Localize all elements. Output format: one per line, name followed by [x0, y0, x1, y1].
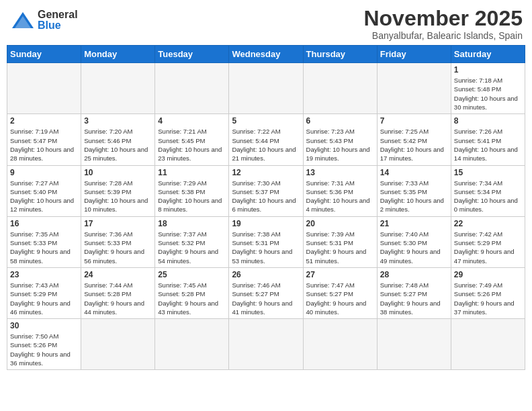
- day-number: 26: [232, 270, 300, 279]
- day-info: Sunrise: 7:39 AM Sunset: 5:31 PM Dayligh…: [306, 230, 374, 265]
- calendar-cell: 24Sunrise: 7:44 AM Sunset: 5:28 PM Dayli…: [81, 267, 155, 318]
- day-info: Sunrise: 7:19 AM Sunset: 5:47 PM Dayligh…: [10, 127, 78, 163]
- calendar-cell: 6Sunrise: 7:23 AM Sunset: 5:43 PM Daylig…: [303, 114, 377, 165]
- calendar-cell: 8Sunrise: 7:26 AM Sunset: 5:41 PM Daylig…: [451, 114, 525, 165]
- day-info: Sunrise: 7:44 AM Sunset: 5:28 PM Dayligh…: [84, 281, 152, 316]
- calendar-cell: 29Sunrise: 7:49 AM Sunset: 5:26 PM Dayli…: [451, 267, 525, 318]
- calendar-week-6: 30Sunrise: 7:50 AM Sunset: 5:26 PM Dayli…: [7, 319, 525, 370]
- weekday-header-row: SundayMondayTuesdayWednesdayThursdayFrid…: [7, 46, 525, 63]
- weekday-header-friday: Friday: [377, 46, 451, 63]
- calendar-cell: 3Sunrise: 7:20 AM Sunset: 5:46 PM Daylig…: [81, 114, 155, 165]
- day-info: Sunrise: 7:30 AM Sunset: 5:37 PM Dayligh…: [232, 179, 300, 214]
- weekday-header-thursday: Thursday: [303, 46, 377, 63]
- weekday-header-saturday: Saturday: [451, 46, 525, 63]
- day-number: 6: [306, 116, 374, 126]
- day-info: Sunrise: 7:20 AM Sunset: 5:46 PM Dayligh…: [84, 127, 152, 163]
- day-number: 28: [380, 270, 448, 279]
- calendar-cell: 4Sunrise: 7:21 AM Sunset: 5:45 PM Daylig…: [155, 114, 229, 165]
- calendar-cell: 2Sunrise: 7:19 AM Sunset: 5:47 PM Daylig…: [7, 114, 81, 165]
- calendar-week-4: 16Sunrise: 7:35 AM Sunset: 5:33 PM Dayli…: [7, 216, 525, 267]
- day-number: 24: [84, 270, 152, 279]
- logo-label: General Blue: [38, 9, 78, 31]
- day-number: 3: [84, 116, 152, 126]
- calendar-cell: 20Sunrise: 7:39 AM Sunset: 5:31 PM Dayli…: [303, 216, 377, 267]
- day-info: Sunrise: 7:47 AM Sunset: 5:27 PM Dayligh…: [306, 281, 374, 316]
- calendar-cell: [303, 319, 377, 370]
- day-info: Sunrise: 7:42 AM Sunset: 5:29 PM Dayligh…: [454, 230, 522, 265]
- day-info: Sunrise: 7:49 AM Sunset: 5:26 PM Dayligh…: [454, 281, 522, 316]
- calendar-cell: [81, 319, 155, 370]
- weekday-header-monday: Monday: [81, 46, 155, 63]
- calendar-cell: 12Sunrise: 7:30 AM Sunset: 5:37 PM Dayli…: [229, 165, 303, 216]
- day-info: Sunrise: 7:37 AM Sunset: 5:32 PM Dayligh…: [158, 230, 226, 265]
- calendar-cell: [81, 63, 155, 114]
- day-number: 20: [306, 219, 374, 228]
- day-number: 16: [10, 219, 78, 228]
- logo-general-text: General: [38, 9, 78, 20]
- calendar-cell: 21Sunrise: 7:40 AM Sunset: 5:30 PM Dayli…: [377, 216, 451, 267]
- calendar-week-5: 23Sunrise: 7:43 AM Sunset: 5:29 PM Dayli…: [7, 267, 525, 318]
- day-info: Sunrise: 7:28 AM Sunset: 5:39 PM Dayligh…: [84, 179, 152, 214]
- day-number: 13: [306, 168, 374, 177]
- day-info: Sunrise: 7:31 AM Sunset: 5:36 PM Dayligh…: [306, 179, 374, 214]
- day-info: Sunrise: 7:26 AM Sunset: 5:41 PM Dayligh…: [454, 127, 522, 163]
- calendar-cell: [155, 319, 229, 370]
- day-info: Sunrise: 7:43 AM Sunset: 5:29 PM Dayligh…: [10, 281, 78, 316]
- day-info: Sunrise: 7:22 AM Sunset: 5:44 PM Dayligh…: [232, 127, 300, 163]
- day-number: 23: [10, 270, 78, 279]
- day-number: 17: [84, 219, 152, 228]
- logo-blue-text: Blue: [38, 20, 78, 31]
- calendar-cell: 9Sunrise: 7:27 AM Sunset: 5:40 PM Daylig…: [7, 165, 81, 216]
- day-number: 21: [380, 219, 448, 228]
- calendar-cell: 26Sunrise: 7:46 AM Sunset: 5:27 PM Dayli…: [229, 267, 303, 318]
- day-info: Sunrise: 7:40 AM Sunset: 5:30 PM Dayligh…: [380, 230, 448, 265]
- calendar-cell: 10Sunrise: 7:28 AM Sunset: 5:39 PM Dayli…: [81, 165, 155, 216]
- month-title: November 2025: [363, 7, 523, 30]
- day-number: 29: [454, 270, 522, 279]
- day-number: 19: [232, 219, 300, 228]
- day-number: 22: [454, 219, 522, 228]
- calendar-cell: 30Sunrise: 7:50 AM Sunset: 5:26 PM Dayli…: [7, 319, 81, 370]
- day-info: Sunrise: 7:48 AM Sunset: 5:27 PM Dayligh…: [380, 281, 448, 316]
- day-number: 5: [232, 116, 300, 126]
- calendar-cell: 7Sunrise: 7:25 AM Sunset: 5:42 PM Daylig…: [377, 114, 451, 165]
- day-number: 10: [84, 168, 152, 177]
- calendar-cell: 17Sunrise: 7:36 AM Sunset: 5:33 PM Dayli…: [81, 216, 155, 267]
- calendar-cell: [229, 63, 303, 114]
- day-number: 27: [306, 270, 374, 279]
- day-info: Sunrise: 7:35 AM Sunset: 5:33 PM Dayligh…: [10, 230, 78, 265]
- logo: General Blue: [9, 7, 78, 34]
- day-number: 7: [380, 116, 448, 126]
- calendar-cell: [377, 319, 451, 370]
- location-text: Banyalbufar, Balearic Islands, Spain: [363, 30, 523, 41]
- day-info: Sunrise: 7:29 AM Sunset: 5:38 PM Dayligh…: [158, 179, 226, 214]
- calendar-cell: 5Sunrise: 7:22 AM Sunset: 5:44 PM Daylig…: [229, 114, 303, 165]
- calendar-cell: [377, 63, 451, 114]
- calendar-cell: 25Sunrise: 7:45 AM Sunset: 5:28 PM Dayli…: [155, 267, 229, 318]
- day-info: Sunrise: 7:27 AM Sunset: 5:40 PM Dayligh…: [10, 179, 78, 214]
- day-number: 8: [454, 116, 522, 126]
- day-info: Sunrise: 7:38 AM Sunset: 5:31 PM Dayligh…: [232, 230, 300, 265]
- day-info: Sunrise: 7:23 AM Sunset: 5:43 PM Dayligh…: [306, 127, 374, 163]
- calendar-cell: 15Sunrise: 7:34 AM Sunset: 5:34 PM Dayli…: [451, 165, 525, 216]
- title-block: November 2025 Banyalbufar, Balearic Isla…: [363, 7, 523, 41]
- calendar-week-3: 9Sunrise: 7:27 AM Sunset: 5:40 PM Daylig…: [7, 165, 525, 216]
- day-number: 2: [10, 116, 78, 126]
- calendar-cell: 14Sunrise: 7:33 AM Sunset: 5:35 PM Dayli…: [377, 165, 451, 216]
- calendar-cell: 23Sunrise: 7:43 AM Sunset: 5:29 PM Dayli…: [7, 267, 81, 318]
- day-number: 18: [158, 219, 226, 228]
- calendar-table: SundayMondayTuesdayWednesdayThursdayFrid…: [7, 45, 525, 370]
- calendar-cell: [229, 319, 303, 370]
- page-header: General Blue November 2025 Banyalbufar, …: [7, 7, 525, 41]
- calendar-cell: 22Sunrise: 7:42 AM Sunset: 5:29 PM Dayli…: [451, 216, 525, 267]
- day-info: Sunrise: 7:36 AM Sunset: 5:33 PM Dayligh…: [84, 230, 152, 265]
- day-number: 4: [158, 116, 226, 126]
- calendar-week-2: 2Sunrise: 7:19 AM Sunset: 5:47 PM Daylig…: [7, 114, 525, 165]
- calendar-cell: 19Sunrise: 7:38 AM Sunset: 5:31 PM Dayli…: [229, 216, 303, 267]
- day-info: Sunrise: 7:34 AM Sunset: 5:34 PM Dayligh…: [454, 179, 522, 214]
- calendar-cell: 13Sunrise: 7:31 AM Sunset: 5:36 PM Dayli…: [303, 165, 377, 216]
- calendar-cell: 1Sunrise: 7:18 AM Sunset: 5:48 PM Daylig…: [451, 63, 525, 114]
- day-info: Sunrise: 7:25 AM Sunset: 5:42 PM Dayligh…: [380, 127, 448, 163]
- day-number: 30: [10, 321, 78, 330]
- day-number: 14: [380, 168, 448, 177]
